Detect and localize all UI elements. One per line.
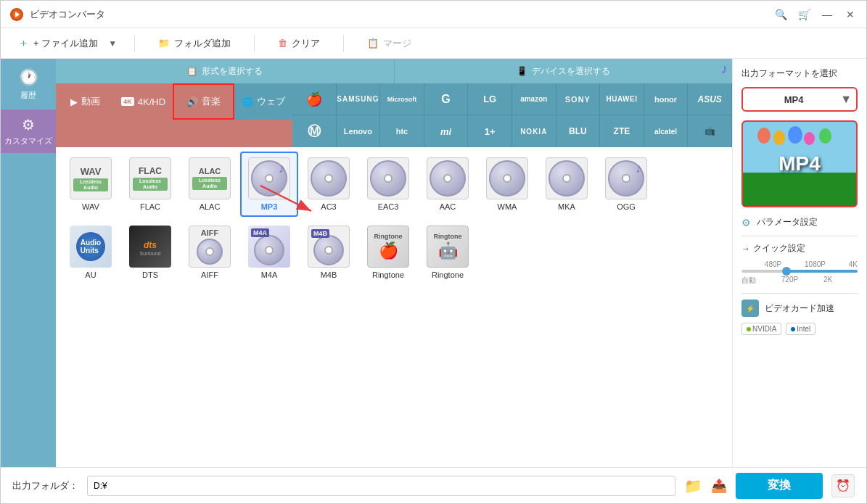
cart-button[interactable]: 🛒 [797, 7, 811, 22]
app-window: ビデオコンバータ 🔍 🛒 — ✕ ＋ + ファイル追加 ▼ 📁 フォルダ追加 🗑… [0, 0, 867, 504]
trash-icon: 🗑 [278, 38, 287, 49]
mka-icon: ♪ [546, 157, 588, 199]
share-button[interactable]: 📤 [711, 478, 727, 494]
eac3-icon: ♪ [367, 157, 409, 199]
aac-label: AAC [440, 202, 456, 211]
format-selector-dropdown[interactable]: MP4 ▼ [741, 87, 858, 112]
format-ac3[interactable]: ♪ AC3 [300, 152, 358, 217]
format-alac[interactable]: ALAC LosslessAudio ALAC [181, 152, 239, 217]
format-mka[interactable]: ♪ MKA [538, 152, 596, 217]
brand-nokia[interactable]: NOKIA [512, 115, 556, 147]
history-label: 履歴 [20, 90, 36, 101]
browse-folder-button[interactable]: 📁 [684, 477, 702, 495]
alac-label: ALAC [200, 202, 221, 211]
format-ogg[interactable]: ♪ OGG [597, 152, 655, 217]
eac3-label: EAC3 [378, 202, 399, 211]
intel-dot [791, 327, 795, 331]
brand-lenovo[interactable]: Lenovo [337, 115, 381, 147]
tab-web[interactable]: 🌐 ウェブ [234, 83, 293, 120]
brand-zte[interactable]: ZTE [600, 115, 644, 147]
convert-button[interactable]: 変換 [736, 473, 823, 499]
format-m4b[interactable]: M4B M4B [300, 220, 358, 285]
alac-lossless-badge: LosslessAudio [192, 177, 227, 190]
ac3-icon: ♪ [308, 157, 350, 199]
arrow-right-icon: → [741, 244, 750, 254]
divider-2 [741, 293, 858, 294]
param-settings-button[interactable]: ⚙ パラメータ設定 [741, 216, 858, 228]
tab-hd[interactable]: 4K 4K/HD [115, 83, 173, 120]
dropdown-arrow[interactable]: ▼ [108, 38, 117, 49]
format-eac3[interactable]: ♪ EAC3 [359, 152, 417, 217]
merge-button[interactable]: 📋 マージ [361, 34, 417, 53]
format-ringtone-android[interactable]: Ringtone 🤖 Ringtone [419, 220, 477, 285]
brand-motorola[interactable]: Ⓜ [292, 115, 337, 147]
close-button[interactable]: ✕ [843, 7, 858, 22]
brand-alcatel[interactable]: alcatel [644, 115, 689, 147]
alarm-button[interactable]: ⏰ [831, 474, 855, 497]
quality-slider-track [741, 270, 858, 273]
format-aiff[interactable]: AIFF AIFF [181, 220, 239, 285]
minimize-button[interactable]: — [820, 7, 834, 22]
ac3-label: AC3 [321, 202, 336, 211]
brand-huawei[interactable]: HUAWEI [600, 83, 644, 115]
ac3-disc [311, 160, 347, 197]
sidebar-item-customize[interactable]: ⚙ カスタマイズ [1, 110, 56, 153]
param-icon: ⚙ [741, 217, 751, 228]
sidebar-item-history[interactable]: 🕐 履歴 [1, 59, 56, 110]
gpu-accel-button[interactable]: ⚡ ビデオカード加速 [741, 299, 858, 317]
video-label: 動画 [81, 95, 100, 108]
brand-amazon[interactable]: amazon [512, 83, 556, 115]
search-button[interactable]: 🔍 [773, 7, 788, 22]
brand-google[interactable]: G [424, 83, 469, 115]
brand-htc[interactable]: htc [380, 115, 424, 147]
aiff-icon: AIFF [189, 226, 231, 268]
customize-icon: ⚙ [22, 116, 35, 133]
brand-honor[interactable]: honor [644, 83, 689, 115]
clear-button[interactable]: 🗑 クリア [272, 34, 326, 53]
aac-icon: ♪ [427, 157, 469, 199]
format-aac[interactable]: ♪ AAC [419, 152, 477, 217]
quick-settings-section: → クイック設定 480P 1080P 4K 自動 720P [741, 242, 858, 286]
quality-slider-thumb[interactable] [782, 267, 791, 276]
app-icon [9, 7, 24, 22]
separator-2 [254, 35, 255, 52]
brand-samsung[interactable]: SAMSUNG [337, 83, 381, 115]
brand-lg[interactable]: LG [468, 83, 512, 115]
brand-microsoft[interactable]: Microsoft [380, 83, 424, 115]
format-wma[interactable]: ♪ WMA [478, 152, 536, 217]
format-wav[interactable]: WAV LosslessAudio WAV [62, 152, 120, 217]
param-settings-label: パラメータ設定 [757, 216, 818, 228]
brand-xiaomi[interactable]: mi [424, 115, 469, 147]
format-ringtone-ios[interactable]: Ringtone 🍎 Ringtone [359, 220, 417, 285]
format-header-icon: 📋 [186, 66, 197, 76]
brand-apple[interactable]: 🍎 [292, 83, 337, 115]
brand-tv[interactable]: 📺 [688, 115, 732, 147]
format-dts[interactable]: dts Surround DTS [121, 220, 179, 285]
mp3-music-note: ♪ [279, 161, 285, 176]
add-file-button[interactable]: ＋ + ファイル追加 [12, 33, 104, 53]
format-m4a[interactable]: M4A M4A [240, 220, 298, 285]
brand-blu[interactable]: BLU [556, 115, 601, 147]
app-title: ビデオコンバータ [30, 8, 773, 21]
brand-oneplus[interactable]: 1+ [468, 115, 512, 147]
brand-asus[interactable]: ASUS [688, 83, 732, 115]
brand-sony[interactable]: SONY [556, 83, 601, 115]
aiff-label: AIFF [201, 270, 218, 279]
web-label: ウェブ [257, 95, 285, 108]
gpu-brands-row: NVIDIA Intel [741, 323, 858, 335]
wav-icon: WAV LosslessAudio [70, 157, 112, 199]
intel-badge: Intel [786, 323, 815, 335]
bottom-bar: 出力フォルダ： 📁 📤 変換 ⏰ [1, 467, 866, 503]
clear-label: クリア [292, 37, 320, 50]
format-preview: MP4 [741, 120, 858, 207]
ogg-icon: ♪ [605, 157, 647, 199]
format-mp3[interactable]: ♪ MP3 [240, 152, 298, 217]
format-flac[interactable]: FLAC LosslessAudio FLAC [121, 152, 179, 217]
gpu-icon: ⚡ [741, 299, 759, 317]
format-grid-scroll[interactable]: WAV LosslessAudio WAV FLAC LosslessAu [56, 147, 732, 467]
format-au[interactable]: AudioUnits AU [62, 220, 120, 285]
output-folder-input[interactable] [87, 476, 675, 496]
add-folder-button[interactable]: 📁 フォルダ追加 [152, 34, 237, 53]
tab-video[interactable]: ▶ 動画 [56, 83, 115, 120]
tab-music[interactable]: 🔊 音楽 [173, 83, 234, 120]
